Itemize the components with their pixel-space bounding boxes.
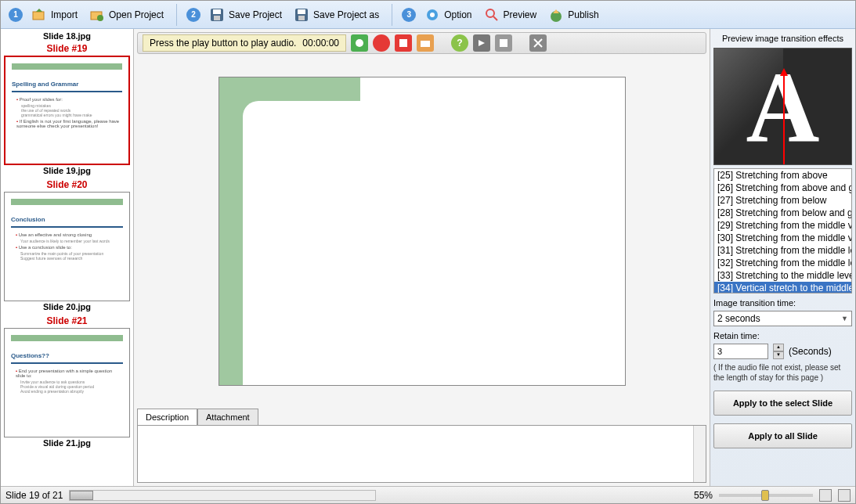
step-1-badge: 1 (9, 8, 23, 22)
effect-item[interactable]: [29] Stretching from the middle v (714, 219, 851, 232)
tab-attachment[interactable]: Attachment (197, 409, 258, 426)
effect-item[interactable]: [26] Stretching from above and g (714, 182, 851, 194)
save-project-as-button[interactable]: Save Project as (290, 5, 382, 25)
step-2-badge: 2 (186, 8, 200, 22)
option-icon (424, 6, 441, 23)
description-textarea[interactable] (137, 425, 706, 483)
svg-rect-4 (213, 9, 221, 14)
svg-rect-7 (298, 9, 305, 14)
transition-time-label: Image transition time: (713, 298, 852, 308)
transition-preview: A (713, 48, 852, 165)
audio-open-button[interactable] (417, 34, 434, 52)
import-button[interactable]: Import (27, 5, 81, 25)
main-toolbar: 1 Import Open Project 2 Save Project Sav… (1, 1, 855, 29)
preview-label: Preview (504, 9, 537, 20)
effect-item[interactable]: [25] Stretching from above (714, 169, 851, 182)
audio-time: 00:00:00 (302, 38, 339, 49)
slide-19-filename: Slide 19.jpg (2, 165, 132, 176)
zoom-slider[interactable] (719, 494, 813, 497)
svg-rect-15 (399, 39, 407, 47)
description-scrollbar[interactable] (693, 426, 706, 482)
slide-18-filename: Slide 18.jpg (2, 31, 132, 41)
svg-point-2 (97, 15, 103, 21)
svg-rect-17 (500, 39, 507, 47)
preview-button[interactable]: Preview (480, 5, 540, 25)
effect-item[interactable]: [27] Stretching from below (714, 194, 851, 207)
audio-control-bar: Press the play button to play audio. 00:… (137, 32, 706, 54)
retain-time-spinner[interactable]: ▲ ▼ (773, 344, 784, 359)
transition-panel-title: Preview image transition effects (713, 32, 852, 45)
chevron-down-icon: ▼ (841, 315, 848, 322)
retain-unit-label: (Seconds) (789, 346, 832, 357)
audio-stop-button[interactable] (395, 34, 412, 52)
step-3-badge: 3 (402, 8, 416, 22)
tab-description[interactable]: Description (137, 409, 197, 426)
slide-19-thumb[interactable]: Slide #19 Spelling and Grammar Proof you… (2, 41, 132, 176)
effect-item[interactable]: [33] Stretching to the middle leve (714, 269, 851, 282)
retain-time-label: Retain time: (713, 331, 852, 340)
effect-list[interactable]: [25] Stretching from above[26] Stretchin… (713, 168, 852, 293)
spinner-up[interactable]: ▲ (773, 344, 784, 351)
import-label: Import (51, 9, 78, 20)
audio-status-box: Press the play button to play audio. 00:… (143, 34, 346, 52)
slide-20-title: Slide #20 (2, 178, 132, 192)
effect-item[interactable]: [31] Stretching from the middle le (714, 244, 851, 257)
save-project-button[interactable]: Save Project (205, 5, 285, 25)
retain-time-input[interactable] (713, 344, 768, 359)
open-project-label: Open Project (109, 9, 164, 20)
save-icon (208, 6, 226, 23)
import-icon (31, 6, 48, 23)
slide-thumbnail-panel[interactable]: Slide 18.jpg Slide #19 Spelling and Gram… (1, 29, 134, 486)
audio-play-button[interactable] (473, 34, 490, 52)
transition-effects-panel: Preview image transition effects A [25] … (710, 29, 855, 486)
slide-counter: Slide 19 of 21 (5, 490, 63, 501)
preview-slide (219, 77, 626, 386)
apply-to-selected-button[interactable]: Apply to the select Slide (713, 391, 852, 416)
effect-item[interactable]: [28] Stretching from below and g (714, 207, 851, 219)
option-label: Option (444, 9, 471, 20)
slide-20-thumb[interactable]: Slide #20 Conclusion Use an effective an… (2, 178, 132, 312)
audio-record-button[interactable] (373, 34, 390, 52)
zoom-level: 55% (694, 490, 713, 501)
slide-20-filename: Slide 20.jpg (2, 301, 132, 312)
svg-point-10 (430, 13, 435, 17)
svg-rect-16 (421, 41, 430, 47)
annotation-arrow (783, 70, 785, 164)
transition-time-combo[interactable]: 2 seconds ▼ (713, 311, 852, 326)
publish-button[interactable]: Publish (544, 5, 601, 25)
preview-icon (483, 6, 500, 23)
effect-item[interactable]: [34] Vertical stretch to the middle (714, 282, 851, 293)
horizontal-scrollbar[interactable] (69, 490, 376, 501)
audio-pause-button[interactable] (495, 34, 512, 52)
publish-icon (547, 6, 565, 23)
option-button[interactable]: Option (421, 5, 475, 25)
slide-21-title: Slide #21 (2, 314, 132, 328)
save-as-icon (293, 6, 310, 23)
apply-to-all-button[interactable]: Apply to all Slide (713, 423, 852, 448)
save-project-as-label: Save Project as (313, 9, 379, 20)
view-mode-2-button[interactable] (838, 489, 851, 502)
audio-prompt: Press the play button to play audio. (150, 38, 296, 49)
view-mode-1-button[interactable] (819, 489, 832, 502)
spinner-down[interactable]: ▼ (773, 351, 784, 359)
audio-help-button[interactable]: ? (451, 34, 468, 52)
zoom-slider-knob[interactable] (761, 490, 769, 501)
svg-rect-5 (214, 16, 220, 20)
slide-19-title: Slide #19 (2, 41, 132, 56)
audio-info-button[interactable] (351, 34, 368, 52)
effect-item[interactable]: [32] Stretching from the middle le (714, 257, 851, 269)
effect-item[interactable]: [30] Stretching from the middle v (714, 232, 851, 244)
slide-preview-area (137, 57, 706, 405)
open-project-button[interactable]: Open Project (85, 5, 167, 25)
retain-note: ( If the audio file not exist, please se… (713, 362, 852, 383)
svg-point-11 (486, 9, 494, 17)
scrollbar-thumb[interactable] (70, 491, 93, 500)
svg-point-14 (356, 39, 363, 47)
audio-tools-button[interactable] (529, 34, 547, 52)
publish-label: Publish (568, 9, 598, 20)
svg-rect-8 (298, 16, 305, 20)
description-panel: Description Attachment (137, 409, 706, 483)
save-project-label: Save Project (229, 9, 282, 20)
status-bar: Slide 19 of 21 55% (1, 486, 855, 503)
slide-21-thumb[interactable]: Slide #21 Questions?? End your presentat… (2, 314, 132, 448)
